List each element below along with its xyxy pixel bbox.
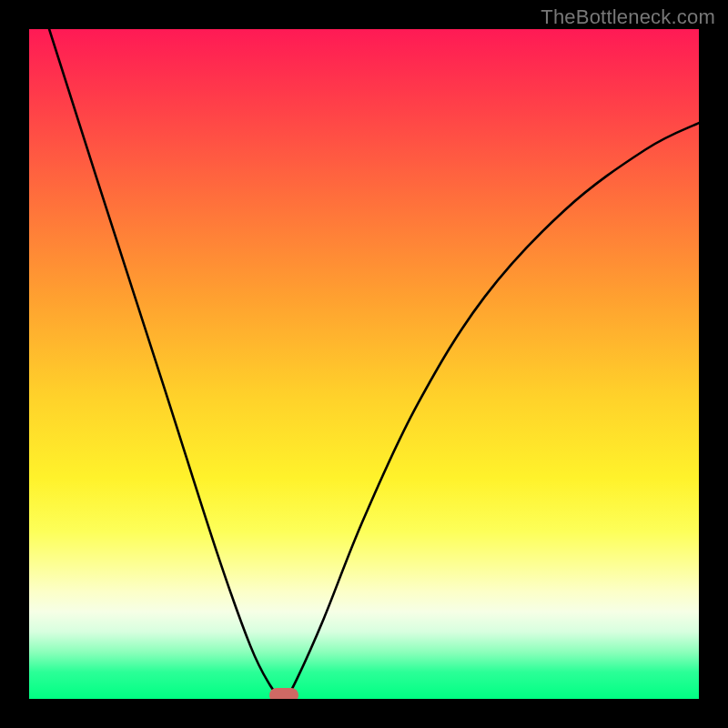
watermark-text: TheBottleneck.com: [541, 5, 715, 29]
plot-area: [29, 29, 699, 699]
bottleneck-curve: [29, 29, 699, 699]
optimal-point-marker: [269, 688, 298, 699]
outer-frame: TheBottleneck.com: [0, 0, 728, 728]
